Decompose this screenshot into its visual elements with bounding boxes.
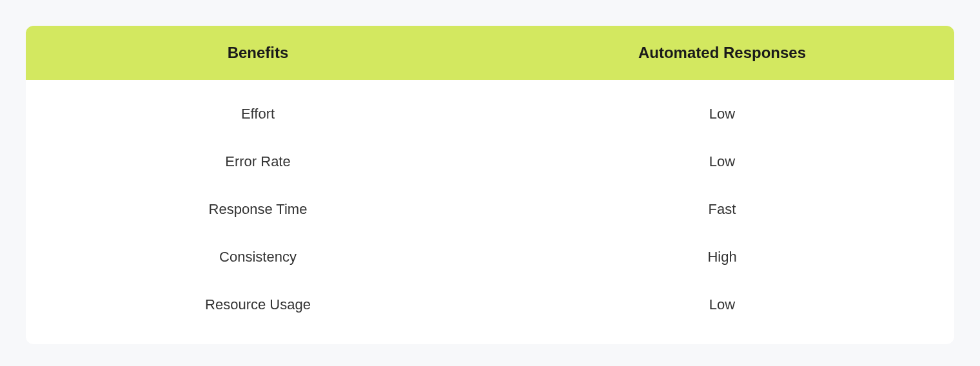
table-cell-benefit: Consistency [26,249,490,265]
table-cell-benefit: Resource Usage [26,296,490,313]
table-cell-benefit: Error Rate [26,153,490,170]
table-header-benefits: Benefits [26,44,490,62]
table-cell-value: Fast [490,201,954,218]
table-cell-benefit: Effort [26,106,490,122]
table-row: Resource Usage Low [26,281,954,329]
table-cell-value: Low [490,153,954,170]
table-header-automated-responses: Automated Responses [490,44,954,62]
table-cell-value: Low [490,106,954,122]
table-cell-benefit: Response Time [26,201,490,218]
table-row: Consistency High [26,233,954,281]
table-row: Effort Low [26,90,954,138]
table-row: Response Time Fast [26,186,954,233]
table-row: Error Rate Low [26,138,954,186]
table-header-row: Benefits Automated Responses [26,26,954,80]
table-cell-value: High [490,249,954,265]
benefits-table: Benefits Automated Responses Effort Low … [26,26,954,344]
table-cell-value: Low [490,296,954,313]
table-body: Effort Low Error Rate Low Response Time … [26,80,954,344]
